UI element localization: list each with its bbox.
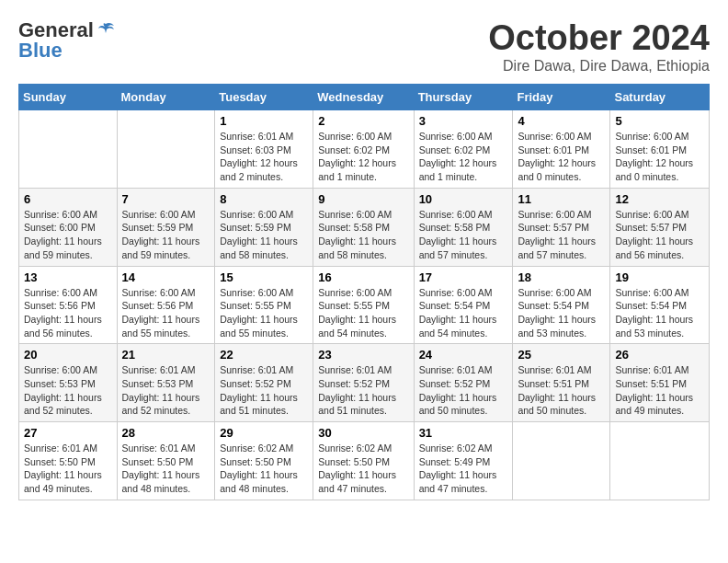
calendar-cell: 21Sunrise: 6:01 AMSunset: 5:53 PMDayligh… (117, 344, 215, 422)
calendar-cell: 10Sunrise: 6:00 AMSunset: 5:58 PMDayligh… (414, 188, 513, 266)
calendar-cell: 12Sunrise: 6:00 AMSunset: 5:57 PMDayligh… (610, 188, 710, 266)
day-number: 14 (122, 270, 210, 284)
day-number: 30 (318, 426, 408, 440)
header-saturday: Saturday (610, 85, 710, 110)
calendar-cell: 27Sunrise: 6:01 AMSunset: 5:50 PMDayligh… (19, 422, 118, 500)
day-number: 26 (615, 348, 704, 362)
calendar-cell: 13Sunrise: 6:00 AMSunset: 5:56 PMDayligh… (19, 266, 118, 344)
day-number: 12 (615, 192, 704, 206)
calendar-cell: 3Sunrise: 6:00 AMSunset: 6:02 PMDaylight… (414, 110, 513, 189)
day-number: 25 (518, 348, 605, 362)
day-number: 9 (318, 192, 408, 206)
day-number: 20 (24, 348, 112, 362)
day-info: Sunrise: 6:00 AMSunset: 6:02 PMDaylight:… (318, 130, 408, 184)
calendar-cell: 9Sunrise: 6:00 AMSunset: 5:58 PMDaylight… (313, 188, 414, 266)
day-info: Sunrise: 6:02 AMSunset: 5:50 PMDaylight:… (220, 442, 308, 496)
day-info: Sunrise: 6:00 AMSunset: 5:56 PMDaylight:… (122, 286, 210, 340)
calendar-cell: 14Sunrise: 6:00 AMSunset: 5:56 PMDayligh… (117, 266, 215, 344)
day-number: 5 (615, 114, 704, 128)
calendar-cell: 29Sunrise: 6:02 AMSunset: 5:50 PMDayligh… (215, 422, 313, 500)
day-info: Sunrise: 6:01 AMSunset: 5:52 PMDaylight:… (419, 363, 508, 418)
day-info: Sunrise: 6:00 AMSunset: 6:01 PMDaylight:… (518, 130, 605, 184)
calendar-cell: 22Sunrise: 6:01 AMSunset: 5:52 PMDayligh… (215, 344, 313, 422)
day-number: 7 (122, 192, 210, 206)
calendar-week-row: 6Sunrise: 6:00 AMSunset: 6:00 PMDaylight… (19, 188, 710, 266)
day-info: Sunrise: 6:00 AMSunset: 5:55 PMDaylight:… (220, 286, 308, 340)
day-info: Sunrise: 6:01 AMSunset: 6:03 PMDaylight:… (220, 130, 308, 184)
day-number: 17 (419, 270, 508, 284)
day-info: Sunrise: 6:00 AMSunset: 5:55 PMDaylight:… (318, 286, 408, 340)
logo: General Blue (18, 18, 116, 63)
header-wednesday: Wednesday (313, 85, 414, 110)
day-info: Sunrise: 6:00 AMSunset: 5:54 PMDaylight:… (615, 286, 704, 340)
calendar-cell: 30Sunrise: 6:02 AMSunset: 5:50 PMDayligh… (313, 422, 414, 500)
day-info: Sunrise: 6:00 AMSunset: 6:00 PMDaylight:… (24, 208, 112, 262)
day-number: 23 (318, 348, 408, 362)
day-info: Sunrise: 6:01 AMSunset: 5:52 PMDaylight:… (318, 363, 408, 418)
day-number: 13 (24, 270, 112, 284)
day-number: 24 (419, 348, 508, 362)
day-number: 21 (122, 348, 210, 362)
title-block: October 2024 Dire Dawa, Dire Dawa, Ethio… (488, 18, 710, 75)
page-header: General Blue October 2024 Dire Dawa, Dir… (18, 18, 710, 75)
day-info: Sunrise: 6:01 AMSunset: 5:52 PMDaylight:… (220, 363, 308, 418)
day-number: 31 (419, 426, 508, 440)
logo-blue-text: Blue (18, 39, 63, 63)
day-number: 18 (518, 270, 605, 284)
day-number: 16 (318, 270, 408, 284)
day-number: 11 (518, 192, 605, 206)
day-info: Sunrise: 6:02 AMSunset: 5:49 PMDaylight:… (419, 442, 508, 496)
month-title: October 2024 (488, 18, 710, 58)
day-info: Sunrise: 6:00 AMSunset: 5:58 PMDaylight:… (419, 208, 508, 262)
day-info: Sunrise: 6:00 AMSunset: 5:54 PMDaylight:… (419, 286, 508, 340)
day-number: 8 (220, 192, 308, 206)
day-info: Sunrise: 6:00 AMSunset: 5:57 PMDaylight:… (518, 208, 605, 262)
calendar-header-row: SundayMondayTuesdayWednesdayThursdayFrid… (19, 85, 710, 110)
day-number: 29 (220, 426, 308, 440)
day-info: Sunrise: 6:01 AMSunset: 5:51 PMDaylight:… (518, 363, 605, 418)
calendar-table: SundayMondayTuesdayWednesdayThursdayFrid… (18, 84, 710, 500)
calendar-week-row: 27Sunrise: 6:01 AMSunset: 5:50 PMDayligh… (19, 422, 710, 500)
header-tuesday: Tuesday (215, 85, 313, 110)
calendar-cell: 31Sunrise: 6:02 AMSunset: 5:49 PMDayligh… (414, 422, 513, 500)
header-thursday: Thursday (414, 85, 513, 110)
day-number: 22 (220, 348, 308, 362)
day-number: 19 (615, 270, 704, 284)
calendar-cell (19, 110, 118, 189)
day-number: 6 (24, 192, 112, 206)
day-info: Sunrise: 6:00 AMSunset: 5:58 PMDaylight:… (318, 208, 408, 262)
day-number: 1 (220, 114, 308, 128)
calendar-cell: 1Sunrise: 6:01 AMSunset: 6:03 PMDaylight… (215, 110, 313, 189)
day-info: Sunrise: 6:00 AMSunset: 5:59 PMDaylight:… (220, 208, 308, 262)
day-info: Sunrise: 6:00 AMSunset: 5:56 PMDaylight:… (24, 286, 112, 340)
day-number: 28 (122, 426, 210, 440)
day-info: Sunrise: 6:00 AMSunset: 5:57 PMDaylight:… (615, 208, 704, 262)
day-number: 15 (220, 270, 308, 284)
header-monday: Monday (117, 85, 215, 110)
day-number: 4 (518, 114, 605, 128)
day-info: Sunrise: 6:02 AMSunset: 5:50 PMDaylight:… (318, 442, 408, 496)
calendar-cell: 16Sunrise: 6:00 AMSunset: 5:55 PMDayligh… (313, 266, 414, 344)
calendar-cell: 17Sunrise: 6:00 AMSunset: 5:54 PMDayligh… (414, 266, 513, 344)
calendar-cell: 15Sunrise: 6:00 AMSunset: 5:55 PMDayligh… (215, 266, 313, 344)
calendar-week-row: 20Sunrise: 6:00 AMSunset: 5:53 PMDayligh… (19, 344, 710, 422)
calendar-cell (117, 110, 215, 189)
calendar-cell: 6Sunrise: 6:00 AMSunset: 6:00 PMDaylight… (19, 188, 118, 266)
calendar-cell: 18Sunrise: 6:00 AMSunset: 5:54 PMDayligh… (513, 266, 610, 344)
calendar-cell (610, 422, 710, 500)
location-title: Dire Dawa, Dire Dawa, Ethiopia (488, 58, 710, 75)
calendar-cell: 4Sunrise: 6:00 AMSunset: 6:01 PMDaylight… (513, 110, 610, 189)
calendar-cell: 11Sunrise: 6:00 AMSunset: 5:57 PMDayligh… (513, 188, 610, 266)
day-info: Sunrise: 6:00 AMSunset: 5:53 PMDaylight:… (24, 363, 112, 418)
day-info: Sunrise: 6:01 AMSunset: 5:50 PMDaylight:… (122, 442, 210, 496)
day-info: Sunrise: 6:00 AMSunset: 6:01 PMDaylight:… (615, 130, 704, 184)
logo-bird-icon (96, 20, 116, 40)
calendar-cell: 23Sunrise: 6:01 AMSunset: 5:52 PMDayligh… (313, 344, 414, 422)
calendar-cell: 26Sunrise: 6:01 AMSunset: 5:51 PMDayligh… (610, 344, 710, 422)
calendar-cell: 5Sunrise: 6:00 AMSunset: 6:01 PMDaylight… (610, 110, 710, 189)
calendar-cell: 8Sunrise: 6:00 AMSunset: 5:59 PMDaylight… (215, 188, 313, 266)
day-number: 27 (24, 426, 112, 440)
calendar-cell: 20Sunrise: 6:00 AMSunset: 5:53 PMDayligh… (19, 344, 118, 422)
calendar-cell: 2Sunrise: 6:00 AMSunset: 6:02 PMDaylight… (313, 110, 414, 189)
day-number: 2 (318, 114, 408, 128)
